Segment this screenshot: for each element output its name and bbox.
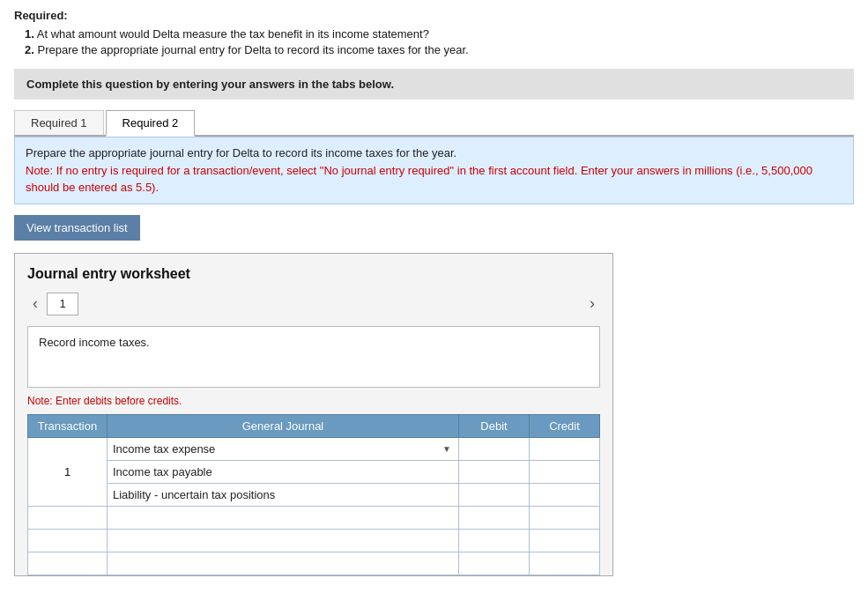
table-row-empty-1 <box>28 506 600 529</box>
table-row-empty-2 <box>28 529 600 552</box>
item-2-num: 2. <box>25 43 34 56</box>
account-cell-3[interactable]: Liability - uncertain tax positions <box>108 483 459 506</box>
table-row-1c: Liability - uncertain tax positions <box>28 483 600 506</box>
debit-cell-1b[interactable] <box>459 460 530 483</box>
nav-number-box: 1 <box>47 293 78 315</box>
account-label-1: Income tax expense <box>113 442 215 456</box>
empty-credit-4[interactable] <box>530 552 600 575</box>
tabs-container: Required 1 Required 2 <box>14 110 854 137</box>
credit-cell-1b[interactable] <box>530 460 600 483</box>
account-cell-2[interactable]: Income tax payable <box>108 460 459 483</box>
item-1-text: At what amount would Delta measure the t… <box>37 27 429 41</box>
transaction-num-1: 1 <box>28 437 108 506</box>
header-journal: General Journal <box>108 414 459 437</box>
item-2-text: Prepare the appropriate journal entry fo… <box>37 43 468 56</box>
header-credit: Credit <box>530 414 600 437</box>
account-label-3: Liability - uncertain tax positions <box>113 488 275 501</box>
tab-required-2[interactable]: Required 2 <box>106 110 196 137</box>
required-header: Required: <box>14 9 854 22</box>
note-box: Prepare the appropriate journal entry fo… <box>14 137 854 204</box>
empty-account-2[interactable] <box>108 506 459 529</box>
worksheet-title: Journal entry worksheet <box>27 266 600 282</box>
required-item-1: 1. At what amount would Delta measure th… <box>25 27 854 41</box>
account-cell-1[interactable]: Income tax expense ▼ <box>108 437 459 460</box>
debit-cell-1a[interactable] <box>459 437 530 460</box>
table-row-1a: 1 Income tax expense ▼ <box>28 437 600 460</box>
header-transaction: Transaction <box>28 414 108 437</box>
record-box: Record income taxes. <box>27 326 600 388</box>
tab-required-1[interactable]: Required 1 <box>14 110 104 135</box>
empty-account-4[interactable] <box>108 552 459 575</box>
table-row-empty-3 <box>28 552 600 575</box>
empty-account-3[interactable] <box>108 529 459 552</box>
nav-prev-arrow[interactable]: ‹ <box>27 293 43 315</box>
empty-credit-2[interactable] <box>530 506 600 529</box>
empty-debit-3[interactable] <box>459 529 530 552</box>
table-row-1b: Income tax payable <box>28 460 600 483</box>
item-1-num: 1. <box>25 27 34 41</box>
empty-debit-2[interactable] <box>459 506 530 529</box>
account-label-2: Income tax payable <box>113 465 212 478</box>
worksheet-container: Journal entry worksheet ‹ 1 › Record inc… <box>14 253 613 576</box>
required-list: 1. At what amount would Delta measure th… <box>25 27 854 56</box>
credit-cell-1a[interactable] <box>530 437 600 460</box>
instruction-box: Complete this question by entering your … <box>14 69 854 100</box>
note-debits: Note: Enter debits before credits. <box>27 395 600 407</box>
empty-credit-3[interactable] <box>530 529 600 552</box>
note-red-text: Note: If no entry is required for a tran… <box>26 164 812 195</box>
empty-transaction-4 <box>28 552 108 575</box>
nav-next-arrow[interactable]: › <box>584 293 600 315</box>
header-debit: Debit <box>459 414 530 437</box>
dropdown-arrow-1[interactable]: ▼ <box>442 444 453 454</box>
required-item-2: 2. Prepare the appropriate journal entry… <box>25 43 854 56</box>
empty-transaction-2 <box>28 506 108 529</box>
empty-debit-4[interactable] <box>459 552 530 575</box>
note-main-text: Prepare the appropriate journal entry fo… <box>26 146 456 159</box>
empty-transaction-3 <box>28 529 108 552</box>
view-transaction-button[interactable]: View transaction list <box>14 215 140 241</box>
debit-cell-1c[interactable] <box>459 483 530 506</box>
record-text: Record income taxes. <box>39 336 150 349</box>
journal-table: Transaction General Journal Debit Credit… <box>27 414 600 575</box>
credit-cell-1c[interactable] <box>530 483 600 506</box>
nav-row: ‹ 1 › <box>27 293 600 315</box>
